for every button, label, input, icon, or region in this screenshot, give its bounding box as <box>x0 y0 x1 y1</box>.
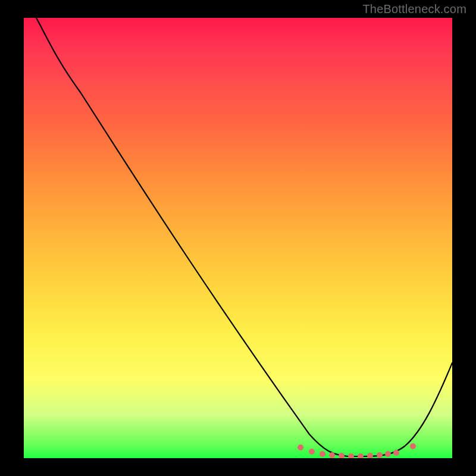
bottleneck-curve <box>36 18 452 456</box>
marker-dot <box>393 450 399 456</box>
marker-dot <box>367 453 373 458</box>
watermark-text: TheBottleneck.com <box>362 2 466 16</box>
chart-container: TheBottleneck.com <box>0 0 476 476</box>
marker-dot <box>329 452 335 458</box>
marker-dot <box>309 449 315 455</box>
plot-area <box>24 18 452 458</box>
marker-dot <box>298 444 303 450</box>
marker-dot <box>348 453 354 458</box>
marker-dot <box>385 451 391 457</box>
marker-dot <box>358 453 364 458</box>
marker-dot <box>339 453 345 458</box>
marker-dot <box>410 443 416 449</box>
curve-svg <box>24 18 452 458</box>
marker-dot <box>320 451 325 457</box>
marker-dot <box>377 452 383 458</box>
